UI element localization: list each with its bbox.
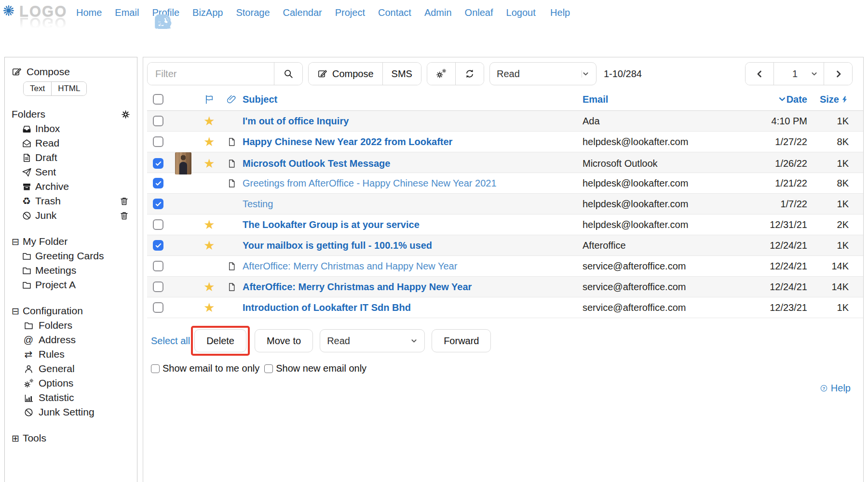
config-rules[interactable]: ⇄Rules xyxy=(12,347,137,362)
row-checkbox[interactable] xyxy=(153,116,163,126)
nav-item-email[interactable]: Email xyxy=(115,6,139,18)
email-subject-link[interactable]: Happy Chinese New Year 2022 from Lookaft… xyxy=(243,136,452,147)
folder-trash[interactable]: ♻Trash xyxy=(12,194,137,208)
empty-trash-trashcan-icon[interactable] xyxy=(119,196,129,206)
email-subject-link[interactable]: I'm out of office Inquiry xyxy=(243,116,349,126)
forward-button[interactable]: Forward xyxy=(432,329,491,352)
email-subject-link[interactable]: AfterOffice: Merry Christmas and Happy N… xyxy=(243,281,472,292)
size-column-header[interactable]: Size xyxy=(820,94,849,105)
config-address[interactable]: @Address xyxy=(12,333,137,347)
email-column-header[interactable]: Email xyxy=(583,94,750,105)
minus-box-icon[interactable]: ⊟ xyxy=(12,307,19,316)
minus-box-icon[interactable]: ⊟ xyxy=(12,237,19,246)
prev-page-button[interactable] xyxy=(746,63,773,85)
star-icon[interactable]: ★ xyxy=(203,115,215,127)
star-icon[interactable]: ★ xyxy=(203,301,215,314)
folder-archive[interactable]: Archive xyxy=(12,179,137,194)
star-icon[interactable]: ★ xyxy=(203,239,215,252)
sms-button[interactable]: SMS xyxy=(382,63,421,85)
nav-item-storage[interactable]: Storage xyxy=(236,6,270,18)
folder-sent[interactable]: Sent xyxy=(12,165,137,179)
compose-label: Compose xyxy=(27,66,70,78)
star-icon[interactable]: ★ xyxy=(203,157,215,170)
nav-item-onleaf[interactable]: Onleaf xyxy=(465,6,493,18)
myfolder-meetings[interactable]: Meetings xyxy=(12,263,137,278)
subject-column-header[interactable]: Subject xyxy=(243,94,583,105)
config-options[interactable]: Options xyxy=(12,376,137,390)
email-subject-link[interactable]: AfterOffice: Merry Christmas and Happy N… xyxy=(243,261,457,271)
folder-settings-gear-icon[interactable] xyxy=(121,110,130,119)
config-folders[interactable]: Folders xyxy=(12,318,137,333)
email-subject-link[interactable]: Greetings from AfterOffice - Happy Chine… xyxy=(243,178,497,188)
nav-item-calendar[interactable]: Calendar xyxy=(283,6,322,18)
date-column-header[interactable]: Date xyxy=(778,94,807,105)
folders-heading: Folders xyxy=(12,107,137,121)
empty-junk-trashcan-icon[interactable] xyxy=(119,211,129,221)
email-subject-link[interactable]: Microsoft Outlook Test Message xyxy=(243,158,390,169)
filter-input[interactable] xyxy=(148,63,274,85)
config-rules-label: Rules xyxy=(39,348,65,360)
nav-item-project[interactable]: Project xyxy=(335,6,365,18)
select-all-checkbox[interactable] xyxy=(153,94,163,105)
row-checkbox[interactable] xyxy=(153,158,163,169)
compose-html-button[interactable]: HTML xyxy=(51,82,86,95)
config-general[interactable]: General xyxy=(12,362,137,376)
nav-item-logout[interactable]: Logout xyxy=(506,6,536,18)
row-checkbox[interactable] xyxy=(153,219,163,230)
nav-item-home[interactable]: Home xyxy=(76,6,102,18)
compose-button[interactable]: Compose xyxy=(309,63,382,85)
email-subject-link[interactable]: Testing xyxy=(243,199,273,209)
myfolder-project-a[interactable]: Project A xyxy=(12,278,137,292)
star-icon[interactable]: ★ xyxy=(203,281,215,293)
settings-button[interactable] xyxy=(427,63,455,85)
star-icon[interactable]: ★ xyxy=(203,218,215,231)
row-checkbox[interactable] xyxy=(153,136,163,147)
move-to-button[interactable]: Move to xyxy=(255,329,313,352)
row-checkbox[interactable] xyxy=(153,261,163,271)
email-subject-link[interactable]: Your mailbox is getting full - 100.1% us… xyxy=(243,240,432,251)
paperclip-icon[interactable] xyxy=(226,94,237,105)
configuration-heading[interactable]: ⊟ Configuration xyxy=(12,304,137,318)
folder-inbox[interactable]: Inbox xyxy=(12,121,137,136)
plus-box-icon[interactable]: ⊞ xyxy=(12,434,19,443)
my-folder-heading[interactable]: ⊟ My Folder xyxy=(12,234,137,249)
email-subject-link[interactable]: Introduction of Lookafter IT Sdn Bhd xyxy=(243,302,411,313)
nav-item-admin[interactable]: Admin xyxy=(424,6,452,18)
page-select[interactable]: 1 xyxy=(773,63,824,85)
flag-icon[interactable] xyxy=(204,94,215,105)
folder-junk[interactable]: Junk xyxy=(12,208,137,223)
compose-text-button[interactable]: Text xyxy=(24,82,51,95)
sender-avatar-photo[interactable] xyxy=(175,152,191,174)
select-all-link[interactable]: Select all xyxy=(151,335,190,347)
row-checkbox[interactable] xyxy=(153,178,163,188)
config-junk-setting[interactable]: Junk Setting xyxy=(12,405,137,419)
delete-button[interactable]: Delete xyxy=(194,329,246,352)
email-date: 12/23/21 xyxy=(770,302,807,313)
row-checkbox[interactable] xyxy=(153,240,163,251)
next-page-button[interactable] xyxy=(824,63,852,85)
help-link[interactable]: Help xyxy=(819,383,851,394)
row-checkbox[interactable] xyxy=(153,199,163,209)
read-filter-select[interactable]: Read xyxy=(489,62,597,85)
nav-item-contact[interactable]: Contact xyxy=(378,6,411,18)
star-icon[interactable]: ★ xyxy=(203,135,215,148)
nav-item-bizapp[interactable]: BizApp xyxy=(192,6,223,18)
logo-reflection: LOGO xyxy=(19,15,67,30)
row-checkbox[interactable] xyxy=(153,302,163,313)
folder-read[interactable]: Read xyxy=(12,136,137,150)
show-to-me-checkbox[interactable] xyxy=(151,364,160,373)
email-subject-link[interactable]: The Lookafter Group is at your service xyxy=(243,219,420,230)
tools-heading[interactable]: ⊞ Tools xyxy=(12,431,137,445)
sidebar-compose-link[interactable]: Compose xyxy=(12,64,137,80)
folder-draft[interactable]: Draft xyxy=(12,150,137,165)
search-button[interactable] xyxy=(274,63,302,85)
show-new-checkbox[interactable] xyxy=(264,364,273,373)
plane-icon xyxy=(22,167,32,177)
config-statistic[interactable]: Statistic xyxy=(12,390,137,405)
row-checkbox[interactable] xyxy=(153,281,163,292)
myfolder-greeting-cards-label: Greeting Cards xyxy=(35,250,104,262)
mark-as-select[interactable]: Read xyxy=(320,329,425,352)
nav-item-help[interactable]: Help xyxy=(549,6,572,18)
refresh-button[interactable] xyxy=(455,63,484,85)
myfolder-greeting-cards[interactable]: Greeting Cards xyxy=(12,249,137,263)
